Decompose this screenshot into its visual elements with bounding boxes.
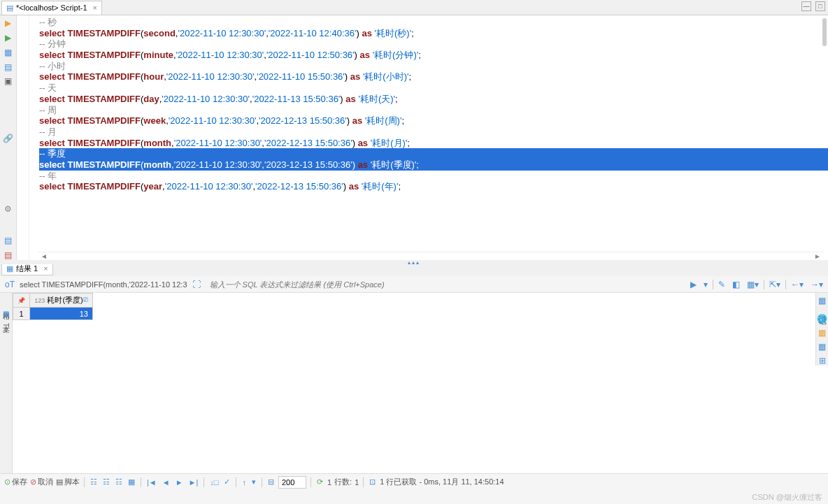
column-name: 耗时(季度) [47,296,83,304]
result-toolbar: oT select TIMESTAMPDIFF(month,'2022-11-1… [0,276,828,293]
cell-value[interactable]: 13 [30,308,93,320]
rows-label: 行数: [334,477,352,487]
spacer [3,91,14,129]
edit2-icon[interactable]: ☷ [101,477,111,487]
close-icon[interactable]: × [93,3,97,12]
panels-icon[interactable]: ▦▾ [745,280,761,289]
left-toolbar: ▶ ▶ ▦ ▤ ▣ 🔗 ⚙ ▤ ▤ [0,15,17,260]
corner-cell[interactable]: 📌 [13,294,30,308]
column-filter-icon[interactable]: ⎚ [83,295,88,303]
result-grid[interactable]: 📌 123 耗时(季度) ⎚ 1 13 [13,293,828,489]
rows-count: 1 [355,478,359,487]
window-buttons: — □ [801,1,825,11]
sql-icon[interactable]: oT [3,280,17,289]
globe-icon[interactable]: 🌐 [817,314,827,324]
gutter [17,15,29,260]
column-header[interactable]: 123 耗时(季度) ⎚ [30,294,93,308]
terminal-icon[interactable]: ▣ [3,76,14,87]
layers-icon[interactable]: ▦ [818,342,826,352]
copy-icon[interactable]: ▦ [127,477,136,487]
status-text: 1 行已获取 - 0ms, 11月 11, 14:50:14 [380,477,504,487]
execute-script-icon[interactable]: ▶ [3,33,14,43]
dropdown-icon[interactable]: ▾ [701,280,710,289]
refresh-count: 1 [327,478,331,487]
expand-icon[interactable]: ⛶ [190,280,203,289]
limit-input[interactable] [278,476,306,489]
tab-title: *<localhost> Script-1 [16,3,87,12]
save-button[interactable]: ⊙保存 [4,477,27,487]
query-text: select TIMESTAMPDIFF(month,'2022-11-10 1… [20,280,187,289]
scrollbar[interactable] [822,18,827,46]
goto-icon[interactable]: ↓□ [208,478,220,487]
execute-icon[interactable]: ▶ [3,18,14,29]
commit-icon[interactable]: ✓ [222,477,231,487]
settings-icon[interactable]: ⚙ [3,203,14,214]
minimize-icon[interactable]: — [801,1,811,11]
spacer [3,148,14,200]
right-sidetabs: ▦ 记录 🌐 ▦ ▦ ⊞ [815,293,828,366]
filter-toggle-icon[interactable]: ✎ [716,280,727,289]
page-icon[interactable]: ▤ [3,236,14,246]
h-scrollbar[interactable]: ◄► [38,252,824,260]
panel-icon[interactable]: ▦ [818,296,826,305]
spacer [3,218,14,231]
calendar-icon[interactable]: ▦ [818,328,826,338]
last-icon[interactable]: ►| [187,478,200,487]
editor-tabs: ▤ *<localhost> Script-1 × — □ [0,0,828,15]
sql-editor[interactable]: -- 秒select TIMESTAMPDIFF(second,'2022-11… [17,15,828,260]
first-icon[interactable]: |◄ [145,478,158,487]
edit-icon[interactable]: ☷ [89,477,99,487]
explain-icon[interactable]: ▦ [3,47,14,57]
grid4-icon[interactable]: ⊞ [819,356,826,366]
play-icon[interactable]: ▶ [688,280,699,289]
status-bar: ⊙保存 ⊘取消 ▤脚本 ☷ ☷ ☷ ▦ |◄ ◄ ► ►| ↓□ ✓ ↑ ▾ ⊟… [0,473,828,490]
row-number[interactable]: 1 [13,308,30,320]
result-tab-label: 结果 1 [16,264,38,274]
table-row[interactable]: 1 13 [13,308,93,320]
code-area[interactable]: -- 秒select TIMESTAMPDIFF(second,'2022-11… [29,15,828,260]
sql-file-icon: ▤ [6,3,13,13]
link-icon[interactable]: 🔗 [3,134,14,144]
results-panel: ▦ 结果 1 × oT select TIMESTAMPDIFF(month,'… [0,260,828,489]
close-icon[interactable]: × [43,264,48,273]
export-down-icon[interactable]: ↑ [241,478,248,487]
delete-icon[interactable]: ☷ [114,477,124,487]
left-sidetabs: 网格 ▦ 文本 T [0,293,13,489]
script-button[interactable]: ▤脚本 [56,477,80,487]
text-tab-icon[interactable]: T [2,323,10,327]
autocommit-icon[interactable]: ⊟ [266,477,276,487]
grid-icon: ▦ [6,264,13,273]
script-tab[interactable]: ▤ *<localhost> Script-1 × [1,1,102,15]
back-icon[interactable]: ←▾ [789,280,806,289]
maximize-icon[interactable]: □ [815,1,825,11]
refresh-icon[interactable]: ⟳ [315,477,324,487]
filter-input[interactable] [206,280,685,289]
splitter[interactable]: ▴▴▴ [0,260,828,264]
cancel-button[interactable]: ⊘取消 [30,477,53,487]
color-icon[interactable]: ◧ [730,280,742,289]
page-red-icon[interactable]: ▤ [3,250,14,260]
info-icon[interactable]: ⊡ [368,477,377,487]
plan-icon[interactable]: ▤ [3,62,14,72]
forward-icon[interactable]: →▾ [808,280,825,289]
export-icon[interactable]: ⇱▾ [767,280,783,289]
grid-tab-icon[interactable]: ▦ [2,310,10,317]
dropdown2-icon[interactable]: ▾ [250,477,257,487]
prev-icon[interactable]: ◄ [161,478,171,487]
watermark: CSDN @烟火缠过客 [752,492,822,503]
next-icon[interactable]: ► [174,478,185,487]
